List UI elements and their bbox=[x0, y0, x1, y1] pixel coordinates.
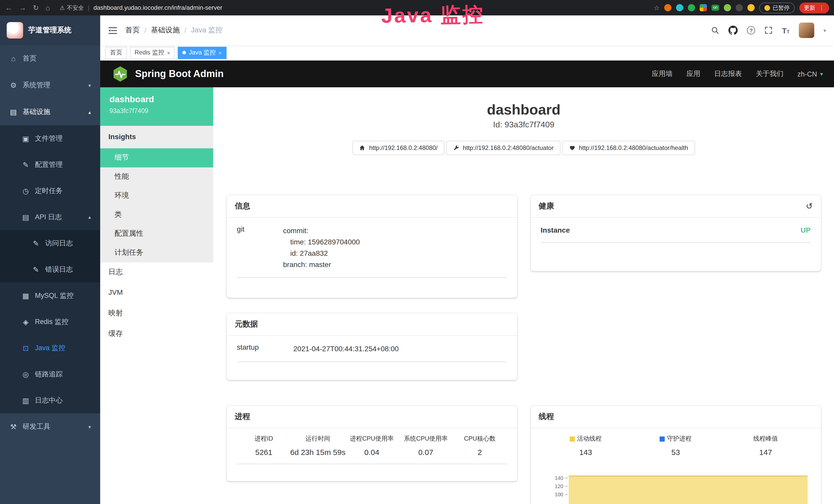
sidebar-item-api-logs[interactable]: ▤ API 日志 ▴ bbox=[0, 204, 100, 230]
status-badge: UP bbox=[800, 226, 811, 234]
sba-logo-icon[interactable] bbox=[111, 65, 129, 83]
instance-health-link[interactable]: http://192.168.0.2:48080/actuator/health bbox=[562, 141, 695, 155]
info-value: commit: time: 1596289704000 id: 27aa832 … bbox=[283, 225, 507, 270]
sba-nav-wallboard[interactable]: 应用墙 bbox=[652, 69, 673, 78]
bookmark-star-icon[interactable]: ☆ bbox=[654, 4, 660, 12]
extension-icon-4[interactable] bbox=[724, 4, 731, 11]
extension-on-badge[interactable]: on bbox=[711, 5, 719, 11]
close-icon[interactable]: × bbox=[218, 49, 222, 56]
sba-item-jvm[interactable]: JVM bbox=[100, 283, 213, 303]
sba-nav-about[interactable]: 关于我们 bbox=[756, 69, 784, 78]
search-icon[interactable] bbox=[711, 26, 720, 35]
sba-item-label: 细节 bbox=[114, 153, 129, 161]
sidebar-item-log-center[interactable]: ▥ 日志中心 bbox=[0, 387, 100, 413]
close-icon[interactable]: × bbox=[167, 49, 170, 56]
sidebar-item-system-mgmt[interactable]: ⚙ 系统管理 ▾ bbox=[0, 72, 100, 98]
sidebar-item-error-logs[interactable]: ✎ 错误日志 bbox=[0, 256, 100, 282]
app-logo[interactable]: 芋道管理系统 bbox=[0, 16, 100, 45]
breadcrumb-home[interactable]: 首页 bbox=[125, 26, 140, 35]
breadcrumb-infrastructure[interactable]: 基础设施 bbox=[151, 26, 180, 35]
tick-label: 120 bbox=[555, 483, 563, 489]
sidebar-item-mysql-monitor[interactable]: ▦ MySQL 监控 bbox=[0, 282, 100, 308]
chevron-down-icon: ▾ bbox=[820, 71, 823, 77]
timer-icon: ◷ bbox=[22, 187, 30, 195]
sba-nav-applications[interactable]: 应用 bbox=[686, 69, 700, 78]
browser-update-button[interactable]: 更新 ⋮ bbox=[799, 2, 829, 13]
sidebar-item-tracing[interactable]: ◎ 链路追踪 bbox=[0, 361, 100, 387]
sidebar-item-config-mgmt[interactable]: ✎ 配置管理 bbox=[0, 152, 100, 178]
instance-actuator-link[interactable]: http://192.168.0.2:48080/actuator bbox=[446, 141, 561, 155]
sba-item-mappings[interactable]: 映射 bbox=[100, 303, 213, 324]
sba-item-caches[interactable]: 缓存 bbox=[100, 324, 213, 345]
help-icon[interactable]: ? bbox=[747, 26, 755, 35]
sba-instance-block[interactable]: dashboard 93a3fc7f7409 bbox=[100, 87, 213, 126]
sidebar-item-scheduled-tasks[interactable]: ◷ 定时任务 bbox=[0, 178, 100, 204]
instance-name: dashboard bbox=[109, 94, 204, 105]
wrench-icon bbox=[453, 145, 459, 151]
legend-label: 活动线程 bbox=[577, 434, 601, 443]
user-avatar[interactable] bbox=[799, 23, 814, 38]
live-threads-area bbox=[568, 476, 808, 504]
sidebar-item-home[interactable]: ⌂ 首页 bbox=[0, 45, 100, 72]
info-git-row: git commit: time: 1596289704000 id: 27aa… bbox=[237, 218, 507, 278]
tab-home[interactable]: 首页 bbox=[105, 46, 127, 59]
browser-reload-icon[interactable]: ↻ bbox=[33, 4, 39, 11]
metadata-value: 2021-04-27T00:44:31.254+08:00 bbox=[293, 343, 507, 354]
fullscreen-icon[interactable] bbox=[765, 26, 773, 35]
tab-label: Redis 监控 bbox=[135, 48, 164, 57]
sba-brand-title[interactable]: Spring Boot Admin bbox=[135, 68, 224, 79]
metadata-card: 元数据 startup 2021-04-27T00:44:31.254+08:0… bbox=[226, 313, 517, 380]
sba-item-performance[interactable]: 性能 bbox=[100, 167, 213, 186]
threads-stats: 活动线程 143 守护进程 53 bbox=[541, 428, 811, 464]
page-title: dashboard bbox=[226, 102, 821, 118]
address-bar[interactable]: ⚠ 不安全 | dashboard.yudao.iocoder.cn/infra… bbox=[60, 4, 647, 12]
sba-item-classes[interactable]: 类 bbox=[100, 205, 213, 224]
profile-paused-badge[interactable]: 已暂停 bbox=[759, 2, 795, 13]
sidebar-item-redis-monitor[interactable]: ◈ Redis 监控 bbox=[0, 308, 100, 335]
stat-value: 143 bbox=[579, 448, 592, 457]
sba-item-details[interactable]: 细节 bbox=[100, 148, 213, 167]
browser-menu-icon[interactable]: ⋮ bbox=[819, 4, 825, 11]
stat-label: 运行时间 bbox=[305, 434, 330, 443]
security-warning[interactable]: ⚠ 不安全 bbox=[60, 4, 84, 12]
threads-card-title: 线程 bbox=[539, 412, 554, 421]
sba-header: Spring Boot Admin 应用墙 应用 日志报表 关于我们 zh-CN… bbox=[100, 61, 834, 87]
user-menu-caret-icon[interactable]: ▾ bbox=[824, 27, 826, 33]
sba-item-config-props[interactable]: 配置属性 bbox=[100, 224, 213, 244]
sidebar-item-dev-tools[interactable]: ⚒ 研发工具 ▾ bbox=[0, 413, 100, 440]
browser-forward-icon[interactable]: → bbox=[19, 4, 26, 11]
font-size-icon[interactable]: TT bbox=[782, 26, 790, 34]
url-text[interactable]: dashboard.yudao.iocoder.cn/infra/admin-s… bbox=[93, 4, 222, 11]
sba-item-scheduled-tasks[interactable]: 计划任务 bbox=[100, 244, 213, 262]
tick-mark bbox=[565, 486, 567, 486]
sba-item-environment[interactable]: 环境 bbox=[100, 186, 213, 205]
sidebar-item-label: API 日志 bbox=[35, 212, 62, 222]
extension-icon-1[interactable] bbox=[664, 4, 672, 11]
extension-icon-6[interactable] bbox=[747, 4, 755, 11]
sidebar-toggle-icon[interactable] bbox=[108, 26, 117, 34]
mysql-icon: ▦ bbox=[22, 292, 30, 300]
instance-home-link[interactable]: http://192.168.0.2:48080/ bbox=[353, 141, 444, 155]
extension-icon-5[interactable] bbox=[736, 4, 743, 11]
extensions-puzzle-icon[interactable] bbox=[700, 4, 707, 11]
sidebar-item-java-monitor[interactable]: ⊡ Java 监控 bbox=[0, 335, 100, 361]
sba-nav-journal[interactable]: 日志报表 bbox=[714, 69, 742, 78]
sidebar-item-infrastructure[interactable]: ▤ 基础设施 ▴ bbox=[0, 98, 100, 125]
breadcrumb-separator: / bbox=[144, 26, 147, 35]
stat-process-cpu: 进程CPU使用率 0.04 bbox=[345, 434, 399, 457]
sba-item-logs[interactable]: 日志 bbox=[100, 262, 213, 283]
breadcrumb-current: Java 监控 bbox=[191, 26, 223, 35]
history-icon[interactable]: ↺ bbox=[806, 201, 813, 211]
sidebar-item-file-mgmt[interactable]: ▣ 文件管理 bbox=[0, 125, 100, 152]
github-icon[interactable] bbox=[729, 26, 738, 35]
sba-language-select[interactable]: zh-CN ▾ bbox=[797, 70, 823, 78]
extension-icon-2[interactable] bbox=[676, 4, 683, 11]
tab-redis-monitor[interactable]: Redis 监控 × bbox=[130, 46, 175, 59]
sidebar-item-access-logs[interactable]: ✎ 访问日志 bbox=[0, 230, 100, 256]
y-tick-140: 140 bbox=[541, 475, 567, 481]
metadata-startup-row: startup 2021-04-27T00:44:31.254+08:00 bbox=[237, 336, 507, 362]
browser-back-icon[interactable]: ← bbox=[5, 4, 12, 11]
tab-java-monitor[interactable]: Java 监控 × bbox=[178, 46, 226, 59]
browser-home-icon[interactable]: ⌂ bbox=[45, 4, 50, 11]
extension-icon-3[interactable] bbox=[688, 4, 695, 11]
